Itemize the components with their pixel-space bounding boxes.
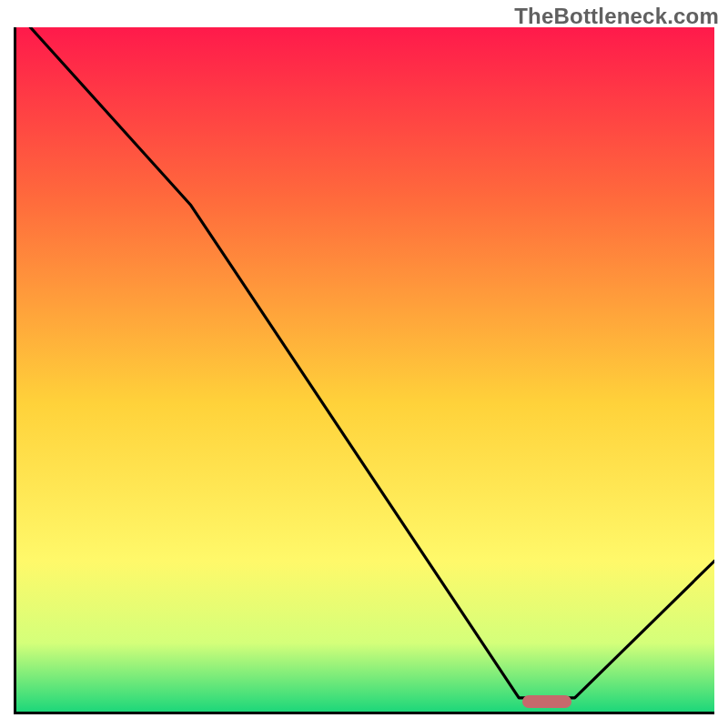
watermark-text: TheBottleneck.com — [514, 4, 719, 29]
optimal-marker — [522, 695, 571, 708]
bottleneck-curve — [16, 27, 714, 712]
plot-area — [14, 27, 714, 714]
chart-container: { "watermark": "TheBottleneck.com", "cha… — [0, 0, 728, 728]
